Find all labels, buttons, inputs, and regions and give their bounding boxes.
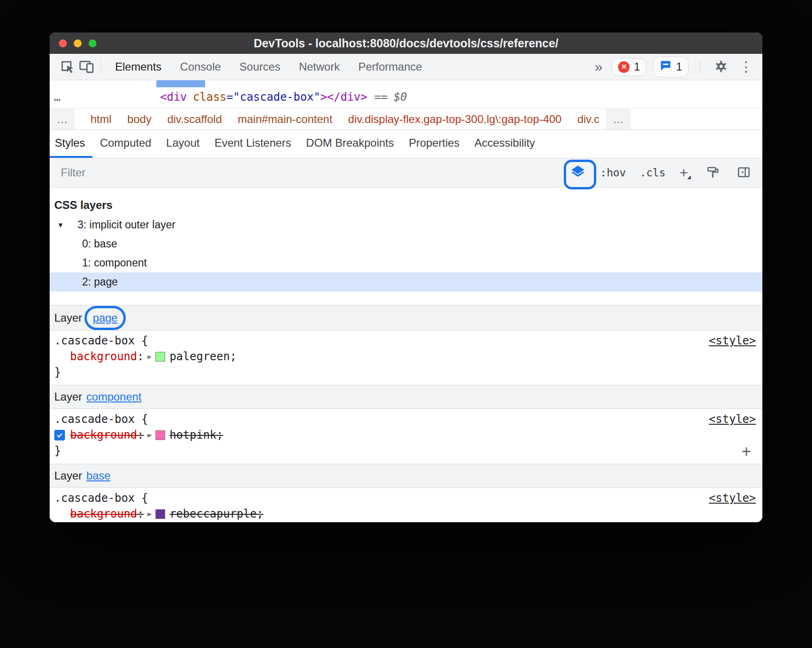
inspect-cursor-icon (59, 58, 75, 76)
elements-tree: … <divclass="cascade-box"></div>==$0 (50, 80, 762, 108)
color-swatch-rebeccapurple[interactable] (155, 509, 165, 519)
breadcrumb-html[interactable]: html (90, 113, 111, 126)
toggle-css-layers-button[interactable] (570, 164, 586, 181)
chevron-down-icon[interactable]: ▼ (57, 221, 71, 229)
declaration-line: background:▶ palegreen; (50, 349, 762, 364)
clipped-tree-selection (156, 80, 205, 87)
style-source-link[interactable]: <style> (709, 334, 756, 347)
breadcrumb-overflow-left[interactable]: … (50, 109, 75, 130)
layer-tree-item-base[interactable]: 0: base (50, 234, 762, 253)
rendering-emulation-button[interactable] (705, 164, 722, 181)
sidebar-panel-icon (737, 165, 751, 181)
colon: : (137, 507, 144, 520)
device-toolbar-button[interactable] (77, 57, 96, 77)
style-rule-component: .cascade-box { background:▶ hotpink; } <… (50, 409, 762, 464)
styles-sidebar-tabs: Styles Computed Layout Event Listeners D… (50, 130, 762, 158)
style-source-link[interactable]: <style> (709, 413, 756, 426)
breadcrumb-display-flex[interactable]: div.display-flex.gap-top-300.lg\:gap-top… (348, 113, 561, 126)
show-sidebar-button[interactable] (735, 164, 752, 181)
tag-close-token: ></div> (320, 91, 367, 104)
kebab-menu-icon[interactable]: ⋮ (737, 60, 755, 74)
tab-console[interactable]: Console (171, 54, 230, 80)
layer-section-header-base: Layer base (50, 464, 762, 488)
style-rule-page: .cascade-box { background:▶ palegreen; }… (50, 330, 762, 385)
zoom-button[interactable] (89, 39, 97, 47)
device-toolbar-icon (78, 58, 94, 76)
expand-shorthand-icon[interactable]: ▶ (148, 353, 151, 360)
tag-open-token: <div (160, 91, 187, 104)
layer-link-component[interactable]: component (86, 390, 142, 403)
colon: : (137, 350, 144, 363)
tab-dom-breakpoints[interactable]: DOM Breakpoints (299, 130, 401, 158)
error-count: 1 (634, 61, 640, 73)
breadcrumb-scaffold[interactable]: div.scaffold (167, 113, 222, 126)
rule-selector[interactable]: .cascade-box { (54, 413, 148, 426)
toggle-pseudo-state-button[interactable]: :hov (600, 167, 626, 179)
inspect-element-button[interactable] (57, 57, 77, 77)
layer-link-base[interactable]: base (86, 469, 110, 482)
more-tabs-button[interactable]: » (592, 60, 606, 74)
tab-event-listeners[interactable]: Event Listeners (207, 130, 298, 158)
breadcrumb-truncated[interactable]: div.c (577, 113, 599, 126)
layer-tree-item-component[interactable]: 1: component (50, 253, 762, 272)
style-source-link[interactable]: <style> (709, 492, 756, 505)
layer-section-header-page: Layer page (50, 305, 762, 330)
new-style-rule-button[interactable]: + (679, 165, 691, 180)
annotation-ring-page-link: page (84, 306, 126, 330)
css-layers-heading: CSS layers (50, 195, 762, 215)
declaration-checkbox[interactable] (54, 430, 65, 441)
layer-section-header-component: Layer component (50, 385, 762, 409)
color-swatch-palegreen[interactable] (155, 352, 165, 362)
property-value[interactable]: hotpink; (169, 428, 223, 441)
rule-selector-line: .cascade-box { (50, 333, 762, 349)
expand-shorthand-icon[interactable]: ▶ (148, 510, 151, 518)
tab-computed[interactable]: Computed (92, 130, 159, 158)
expand-shorthand-icon[interactable]: ▶ (148, 431, 151, 439)
minimize-button[interactable] (74, 39, 82, 47)
layer-label: Layer (54, 469, 82, 482)
color-swatch-hotpink[interactable] (155, 430, 165, 440)
property-value[interactable]: palegreen; (169, 350, 237, 363)
layer-tree-root[interactable]: ▼ 3: implicit outer layer (50, 215, 762, 234)
rule-selector-line: .cascade-box { (50, 411, 762, 427)
property-name[interactable]: background (70, 350, 137, 363)
toggle-element-classes-button[interactable]: .cls (640, 167, 665, 179)
tab-styles[interactable]: Styles (50, 130, 92, 158)
declaration-line: background:▶ hotpink; (50, 427, 762, 443)
close-button[interactable] (59, 39, 67, 47)
tab-properties[interactable]: Properties (401, 130, 467, 158)
selected-dom-node[interactable]: <divclass="cascade-box"></div>==$0 (160, 91, 407, 104)
rule-selector[interactable]: .cascade-box { (54, 492, 148, 505)
tab-network[interactable]: Network (290, 54, 349, 80)
layer-link-page[interactable]: page (93, 311, 117, 324)
rule-selector-line: .cascade-box { (50, 490, 762, 506)
tab-accessibility[interactable]: Accessibility (467, 130, 542, 158)
property-name[interactable]: background (70, 428, 137, 441)
rule-close-line: } (50, 364, 762, 380)
tab-performance[interactable]: Performance (349, 54, 431, 80)
rule-close-line: } (50, 522, 762, 522)
error-badge[interactable]: ✕ 1 (612, 58, 646, 76)
breadcrumb-body[interactable]: body (127, 113, 151, 126)
property-name[interactable]: background (70, 507, 137, 520)
filter-input[interactable] (60, 166, 294, 180)
tab-sources[interactable]: Sources (230, 54, 290, 80)
breadcrumb-overflow-right[interactable]: … (606, 109, 631, 130)
window-title: DevTools - localhost:8080/docs/devtools/… (50, 37, 762, 50)
window-titlebar: DevTools - localhost:8080/docs/devtools/… (50, 32, 762, 54)
layer-tree-item-page[interactable]: 2: page (50, 272, 762, 292)
issues-badge[interactable]: 1 (653, 57, 689, 78)
rule-selector[interactable]: .cascade-box { (54, 334, 148, 347)
tab-layout[interactable]: Layout (159, 130, 207, 158)
tab-elements[interactable]: Elements (106, 54, 171, 80)
insert-style-rule-button[interactable]: + (741, 443, 751, 460)
traffic-lights (59, 39, 97, 47)
property-value[interactable]: rebeccapurple; (169, 507, 263, 520)
style-rule-base: .cascade-box { background:▶ rebeccapurpl… (50, 488, 762, 522)
breadcrumb-main-content[interactable]: main#main-content (238, 113, 332, 126)
filter-bar-buttons: :hov .cls + (570, 164, 752, 181)
css-layers-pane: CSS layers ▼ 3: implicit outer layer 0: … (50, 188, 762, 305)
paint-roller-icon (706, 165, 720, 181)
main-toolbar: Elements Console Sources Network Perform… (50, 54, 762, 80)
settings-button[interactable] (711, 57, 731, 77)
